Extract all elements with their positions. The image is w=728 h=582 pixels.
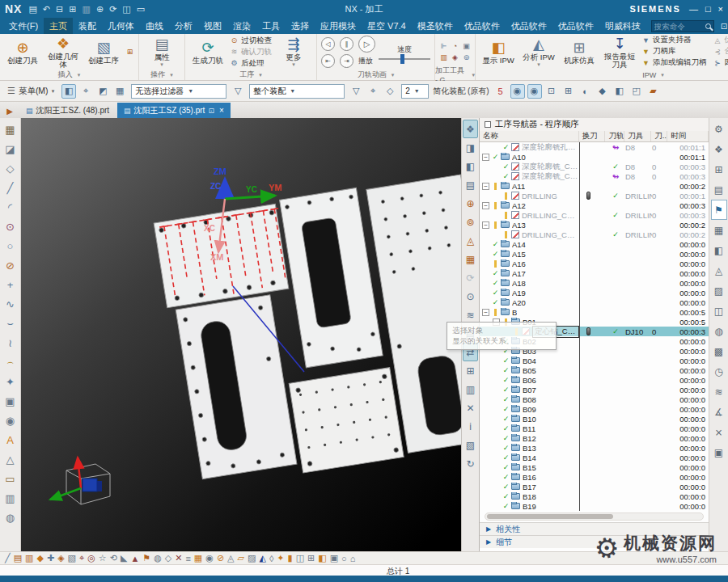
copy-object-icon[interactable]: ⊞ [463, 361, 478, 380]
tree-row-folder[interactable]: ✓A1500:00:0 [480, 249, 709, 259]
half-icon[interactable]: ◧ [318, 553, 326, 563]
circle-icon[interactable]: ⊙ [2, 217, 19, 236]
menu-button[interactable]: ☰菜单(M)▾ [4, 86, 57, 97]
pause-button[interactable]: ∥ [340, 37, 353, 51]
layer-icon[interactable]: ◫ [711, 301, 727, 321]
command-search-input[interactable] [654, 22, 703, 31]
ribbon-tab-16[interactable]: 明威科技 [599, 18, 646, 34]
tree-row-folder[interactable]: −A1200:00:3 [480, 200, 709, 210]
optimize-feedrate-button[interactable]: ◬优化进给率 [713, 35, 728, 45]
sheet-icon[interactable]: ▣ [2, 391, 19, 411]
visual-report-icon[interactable]: ▨ [711, 280, 727, 301]
ribbon-tab-4[interactable]: 曲线 [140, 18, 169, 34]
column-header-tool[interactable]: 刀具 [624, 131, 651, 141]
list-icon[interactable]: ▤ [463, 324, 478, 343]
tree-row-folder[interactable]: ✓B1200:00:0 [480, 433, 709, 443]
hd3d-icon[interactable]: ▩ [711, 341, 727, 361]
depth-dropdown[interactable]: 2▼ [401, 84, 429, 99]
tree-row-folder[interactable]: ✓B1600:00:0 [480, 472, 709, 482]
properties-button[interactable]: ▤属性▾ [143, 36, 180, 67]
tree-row-folder[interactable]: A1600:00:0 [480, 259, 709, 268]
dot-icon[interactable]: ◉ [205, 553, 214, 563]
plus-tool-icon[interactable]: ✚ [47, 553, 54, 563]
shaded-view-icon[interactable]: ◐ [578, 84, 593, 99]
spline-icon[interactable]: ∿ [2, 294, 19, 314]
create-tool-icon[interactable]: ◬ [463, 231, 478, 250]
set-holder-button[interactable]: ▼设置夹持器 [641, 35, 707, 45]
tree-row-folder[interactable]: ✓B0500:00:0 [480, 365, 709, 375]
palette-icon[interactable]: ≋ [711, 382, 727, 402]
ribbon-tab-0[interactable]: 文件(F) [3, 18, 44, 34]
verify-toolpath-button[interactable]: ≋确认刀轨 [230, 47, 272, 57]
go-start-button[interactable]: ⇤ [321, 54, 335, 68]
tree-row-operation[interactable]: 定心钻_COPY_1✓DJ10000:00:3 [480, 327, 709, 336]
cone-icon[interactable]: ◬ [227, 553, 234, 563]
expand-toggle[interactable]: − [482, 202, 489, 209]
image-icon[interactable]: ◈ [57, 553, 64, 563]
go-end-button[interactable]: ⇥ [340, 54, 353, 68]
select-face-icon[interactable]: ▦ [112, 84, 127, 99]
tree-row-operation[interactable]: DRILLING_COPY...✓DRILLIN...000:00:2 [480, 230, 709, 239]
scope-filter-icon[interactable]: ▽ [349, 84, 363, 99]
tree-row-folder[interactable]: ✓A1900:00:0 [480, 288, 709, 297]
line-icon[interactable]: ╱ [2, 178, 19, 197]
tree-row-operation[interactable]: ✓深度轮廓铣孔_CO...↬D8000:01:1 [480, 142, 709, 152]
details-panel-header[interactable]: ▶细节 [480, 535, 709, 548]
wedge-icon[interactable]: ◆ [36, 553, 43, 563]
window2-icon[interactable]: ⊞ [307, 553, 315, 563]
detach-tab-icon[interactable]: ⊡ [208, 107, 214, 115]
diamond-icon[interactable]: ◇ [165, 553, 171, 563]
search-icon[interactable] [705, 23, 711, 29]
ribbon-tab-5[interactable]: 分析 [169, 18, 198, 34]
tree-row-folder[interactable]: ✓B0700:00:0 [480, 385, 709, 394]
ribbon-tab-12[interactable]: 模圣软件 [412, 18, 459, 34]
spark-icon[interactable]: ✦ [277, 553, 284, 563]
geometry-view-icon[interactable]: ▤ [463, 175, 478, 194]
mt-tool-1[interactable]: ⊩◔▣ [439, 41, 471, 52]
dialog-launcher-icon[interactable]: ▾ [661, 72, 664, 78]
ellipse-icon[interactable]: ○ [2, 236, 19, 255]
selection-scope-dropdown[interactable]: 整个装配▼ [249, 84, 345, 99]
touch-icon[interactable]: ◫ [122, 4, 130, 15]
tree-row-folder[interactable]: ✓A2000:00:0 [480, 297, 709, 307]
expand-toggle[interactable]: − [482, 183, 489, 190]
ribbon-tab-7[interactable]: 渲染 [227, 18, 256, 34]
point-set-icon[interactable]: ⊘ [2, 255, 19, 275]
datum-plane-icon[interactable]: ▭ [2, 469, 19, 488]
speed-slider[interactable] [379, 58, 430, 60]
studio-spline-icon[interactable]: ≀ [2, 333, 19, 352]
select-solid-icon[interactable]: ◩ [95, 84, 110, 99]
tree-row-folder[interactable]: ✓B1400:00:0 [480, 453, 709, 462]
tree-row-folder[interactable]: ✓A1400:00:0 [480, 239, 709, 249]
text-icon[interactable]: A [2, 430, 19, 449]
ribbon-tab-3[interactable]: 几何体 [102, 18, 140, 34]
notebook-icon[interactable]: ▣ [711, 442, 727, 462]
create-tool-button[interactable]: ⊕创建刀具 [4, 39, 41, 65]
close-button[interactable]: × [718, 4, 723, 14]
paste-object-icon[interactable]: ▥ [463, 380, 478, 399]
measure-icon[interactable]: ∡ [711, 402, 727, 422]
helix-icon[interactable]: ✦ [2, 372, 19, 391]
tree-row-folder[interactable]: ✓B0600:00:0 [480, 375, 709, 385]
roles-gear-icon[interactable]: ⚙ [711, 119, 727, 139]
star-icon[interactable]: ☆ [99, 553, 107, 563]
column-header-tool2[interactable]: 刀... [651, 131, 667, 141]
window-icon[interactable]: ▭ [137, 4, 145, 15]
machine-navigator-icon[interactable]: ▦ [711, 220, 727, 240]
hatch-icon[interactable]: ▨ [248, 553, 256, 563]
circle-tool-icon[interactable]: ◎ [87, 553, 95, 563]
target-icon[interactable]: ⌖ [79, 553, 84, 563]
add-icon[interactable]: ⊕ [96, 4, 104, 15]
grid-icon[interactable]: ▦ [194, 553, 202, 563]
close-tool-icon[interactable]: ✕ [175, 553, 182, 563]
method-view-icon[interactable]: ⊕ [463, 194, 478, 213]
graphics-viewport[interactable]: ZM ZC YC YM XC XM [21, 118, 461, 551]
workpiece-plates[interactable] [154, 171, 461, 490]
tree-row-folder[interactable]: ✓B0800:00:0 [480, 394, 709, 404]
tree-row-folder[interactable]: ✓B0300:00:0 [480, 346, 709, 356]
refresh-icon[interactable]: ⟳ [109, 4, 116, 15]
bridge-curve-icon[interactable]: ⌢ [2, 352, 19, 372]
machine-tool-view-icon[interactable]: ◧ [463, 157, 478, 175]
list-tool-icon[interactable]: ≡ [185, 554, 190, 563]
maximize-button[interactable]: □ [705, 4, 711, 14]
